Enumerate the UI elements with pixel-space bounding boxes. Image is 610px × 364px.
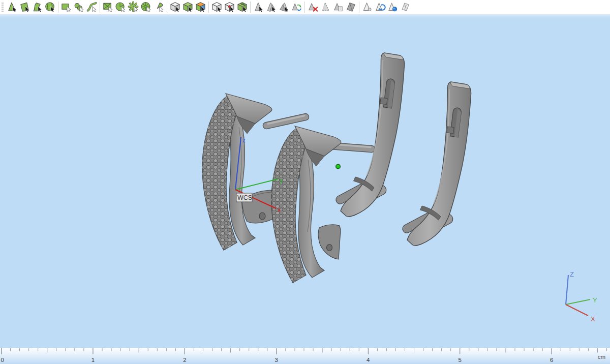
sphere-triangle-icon[interactable] bbox=[386, 1, 399, 14]
select-rectangle-icon[interactable] bbox=[60, 1, 73, 14]
ruler-number: 3 bbox=[275, 357, 278, 363]
select-sector-icon[interactable] bbox=[114, 1, 127, 14]
select-triangle-icon[interactable] bbox=[6, 1, 18, 14]
toolbar-separator bbox=[250, 2, 251, 13]
select-plane-icon[interactable] bbox=[18, 1, 31, 14]
select-disc-icon[interactable] bbox=[140, 1, 152, 14]
toolbar-separator bbox=[208, 2, 209, 13]
rotate-selection-icon[interactable] bbox=[374, 1, 386, 14]
main-toolbar bbox=[0, 0, 610, 14]
copy-selection-icon[interactable] bbox=[332, 1, 345, 14]
ruler-number: 4 bbox=[367, 357, 370, 363]
ruler-number: 5 bbox=[459, 357, 462, 363]
pick-point-marker bbox=[336, 164, 340, 168]
cube-wireframe-select-icon[interactable] bbox=[210, 1, 223, 14]
wcs-x-label: x bbox=[278, 206, 281, 214]
select-wedge-icon[interactable] bbox=[152, 1, 165, 14]
view-orientation-triad: Z Y X bbox=[566, 270, 597, 323]
deselect-surface-icon[interactable] bbox=[278, 1, 290, 14]
viewport[interactable]: z y x WCS Z Y X bbox=[0, 14, 610, 348]
cube-hollow-select-icon[interactable] bbox=[236, 1, 249, 14]
ruler-ticks bbox=[2, 348, 607, 354]
toolbar-separator bbox=[167, 2, 167, 13]
triad-y-label: Y bbox=[593, 296, 597, 304]
model-hook-lever-left[interactable] bbox=[334, 53, 404, 217]
ruler-number: 1 bbox=[92, 357, 95, 363]
toolbar-separator bbox=[58, 2, 58, 13]
viewport-canvas[interactable]: z y x WCS Z Y X bbox=[0, 14, 610, 348]
dark-plane-icon[interactable] bbox=[345, 1, 357, 14]
wcs-label: WCS bbox=[237, 194, 252, 201]
ruler-number: 0 bbox=[1, 357, 4, 363]
dashed-triangle-icon[interactable] bbox=[319, 1, 332, 14]
cube-view-select-icon[interactable] bbox=[169, 1, 181, 14]
select-surface-icon[interactable] bbox=[31, 1, 44, 14]
select-brush-icon[interactable] bbox=[73, 1, 85, 14]
swap-selection-icon[interactable] bbox=[290, 1, 303, 14]
deselect-triangle-icon[interactable] bbox=[252, 1, 265, 14]
cube-point-select-icon[interactable] bbox=[223, 1, 236, 14]
delete-selection-icon[interactable] bbox=[307, 1, 319, 14]
model-hook-lever-right[interactable] bbox=[401, 82, 471, 246]
cube-solid-select-icon[interactable] bbox=[181, 1, 194, 14]
scale-ruler: cm 0123456 bbox=[0, 348, 610, 364]
cube-colored-faces-icon[interactable] bbox=[194, 1, 207, 14]
triad-x-label: X bbox=[591, 315, 595, 323]
wcs-z-label: z bbox=[242, 137, 246, 144]
select-curve-icon[interactable] bbox=[85, 1, 98, 14]
toolbar-separator bbox=[359, 2, 359, 13]
wcs-y-label: y bbox=[280, 177, 283, 184]
select-star-icon[interactable] bbox=[127, 1, 140, 14]
ruler-unit-label: cm bbox=[598, 354, 605, 360]
deselect-plane-icon[interactable] bbox=[265, 1, 278, 14]
toolbar-separator bbox=[100, 2, 100, 13]
ruler-number: 2 bbox=[183, 357, 186, 363]
ruler-number: 6 bbox=[550, 357, 553, 363]
hole-triangle-icon[interactable] bbox=[361, 1, 374, 14]
select-window-icon[interactable] bbox=[102, 1, 114, 14]
outline-plane-x-icon[interactable] bbox=[399, 1, 412, 14]
toolbar-drag-handle[interactable] bbox=[2, 3, 4, 12]
triad-z-label: Z bbox=[570, 270, 574, 278]
toolbar-separator bbox=[304, 2, 305, 13]
select-shell-icon[interactable] bbox=[44, 1, 56, 14]
